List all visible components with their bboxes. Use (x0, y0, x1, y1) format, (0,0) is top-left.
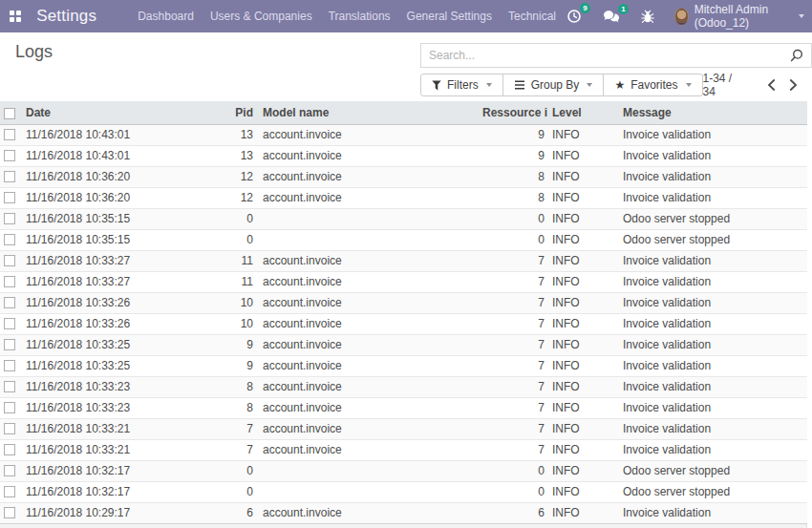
cell-ressource-id: 7 (482, 271, 547, 292)
row-select-cell (0, 460, 24, 481)
column-header-pid[interactable]: Pid (226, 101, 256, 124)
nav-item-translations[interactable]: Translations (329, 10, 391, 23)
table-row[interactable]: 11/16/2018 10:29:17 6 account.invoice 6 … (0, 502, 807, 523)
filters-button[interactable]: Filters (420, 74, 503, 96)
cell-model-name: account.invoice (256, 313, 482, 334)
table-row[interactable]: 11/16/2018 10:33:25 9 account.invoice 7 … (0, 334, 807, 355)
cell-ressource-id: 9 (482, 124, 547, 145)
row-checkbox[interactable] (4, 318, 15, 329)
column-header-date[interactable]: Date (24, 101, 226, 124)
cell-date: 11/16/2018 10:33:21 (24, 418, 226, 439)
cell-date: 11/16/2018 10:43:01 (24, 124, 226, 145)
cell-message: Invoice validation (614, 271, 807, 292)
cell-pid: 13 (226, 145, 256, 166)
table-row[interactable]: 11/16/2018 10:33:26 10 account.invoice 7… (0, 313, 807, 334)
table-row[interactable]: 11/16/2018 10:35:15 0 0 INFO Odoo server… (0, 208, 807, 229)
cell-ressource-id: 0 (482, 229, 547, 250)
table-row[interactable]: 11/16/2018 10:33:21 7 account.invoice 7 … (0, 439, 807, 460)
column-header-ressource-id[interactable]: Ressource id (482, 101, 547, 124)
row-select-cell (0, 229, 24, 250)
table-row[interactable]: 11/16/2018 10:43:01 13 account.invoice 9… (0, 124, 807, 145)
nav-item-dashboard[interactable]: Dashboard (138, 10, 194, 23)
cell-message: Odoo server stopped (614, 208, 807, 229)
table-row[interactable]: 11/16/2018 10:33:27 11 account.invoice 7… (0, 250, 807, 271)
cell-pid: 9 (226, 355, 256, 376)
apps-menu-icon[interactable] (10, 11, 21, 22)
favorites-button[interactable]: ★ Favorites (603, 74, 702, 96)
cell-pid: 8 (226, 376, 256, 397)
row-checkbox[interactable] (4, 297, 15, 308)
table-row[interactable]: 11/16/2018 10:33:23 8 account.invoice 7 … (0, 376, 807, 397)
filter-funnel-icon (432, 80, 441, 91)
cell-date: 11/16/2018 10:33:25 (24, 334, 226, 355)
table-row[interactable]: 11/16/2018 10:33:26 10 account.invoice 7… (0, 292, 807, 313)
column-header-message[interactable]: Message (614, 101, 807, 124)
cell-level: INFO (547, 355, 614, 376)
cell-date: 11/16/2018 10:33:21 (24, 439, 226, 460)
table-row[interactable]: 11/16/2018 10:36:20 12 account.invoice 8… (0, 166, 807, 187)
row-checkbox[interactable] (4, 276, 15, 287)
nav-item-users-companies[interactable]: Users & Companies (210, 10, 312, 23)
cell-ressource-id: 7 (482, 355, 547, 376)
user-name: Mitchell Admin (Odoo_12) (694, 3, 793, 30)
messages-badge: 1 (618, 4, 629, 14)
user-menu[interactable]: Mitchell Admin (Odoo_12) (674, 3, 804, 30)
nav-item-technical[interactable]: Technical (508, 10, 556, 23)
table-row[interactable]: 11/16/2018 10:33:23 8 account.invoice 7 … (0, 397, 807, 418)
row-checkbox[interactable] (4, 171, 15, 182)
table-row[interactable]: 11/16/2018 10:43:01 13 account.invoice 9… (0, 145, 807, 166)
row-checkbox[interactable] (4, 150, 15, 161)
table-row[interactable]: 11/16/2018 10:33:25 9 account.invoice 7 … (0, 355, 807, 376)
pager-previous-button[interactable] (760, 77, 782, 93)
favorites-label: Favorites (630, 78, 677, 92)
row-checkbox[interactable] (4, 360, 15, 371)
cell-ressource-id: 7 (482, 397, 547, 418)
row-checkbox[interactable] (4, 129, 15, 140)
row-checkbox[interactable] (4, 234, 15, 245)
cell-ressource-id: 0 (482, 460, 547, 481)
column-header-model-name[interactable]: Model name (256, 101, 482, 124)
cell-ressource-id: 7 (482, 313, 547, 334)
table-row[interactable]: 11/16/2018 10:32:17 0 0 INFO Odoo server… (0, 460, 807, 481)
row-checkbox[interactable] (4, 213, 15, 224)
group-by-button[interactable]: Group By (502, 74, 605, 96)
row-checkbox[interactable] (4, 486, 15, 497)
chevron-right-icon (789, 79, 798, 91)
row-checkbox[interactable] (4, 402, 15, 413)
row-checkbox[interactable] (4, 192, 15, 203)
select-all-checkbox[interactable] (4, 108, 15, 119)
messages-button[interactable]: 1 (603, 10, 620, 24)
row-select-cell (0, 355, 24, 376)
cell-level: INFO (547, 418, 614, 439)
table-row[interactable]: 11/16/2018 10:35:15 0 0 INFO Odoo server… (0, 229, 807, 250)
debug-button[interactable] (641, 10, 654, 24)
cell-message: Invoice validation (614, 313, 807, 334)
row-checkbox[interactable] (4, 381, 15, 392)
cell-ressource-id: 7 (482, 250, 547, 271)
row-select-cell (0, 313, 24, 334)
row-checkbox[interactable] (4, 339, 15, 350)
nav-item-general-settings[interactable]: General Settings (407, 10, 492, 23)
table-row[interactable]: 11/16/2018 10:33:27 11 account.invoice 7… (0, 271, 807, 292)
table-row[interactable]: 11/16/2018 10:32:17 0 0 INFO Odoo server… (0, 481, 807, 502)
cell-date: 11/16/2018 10:33:23 (24, 376, 226, 397)
row-checkbox[interactable] (4, 444, 15, 455)
table-row[interactable]: 11/16/2018 10:33:21 7 account.invoice 7 … (0, 418, 807, 439)
row-checkbox[interactable] (4, 465, 15, 476)
row-checkbox[interactable] (4, 255, 15, 266)
column-header-level[interactable]: Level (547, 101, 614, 124)
cell-model-name (256, 208, 482, 229)
row-checkbox[interactable] (4, 423, 15, 434)
row-select-cell (0, 502, 24, 523)
pager-next-button[interactable] (782, 77, 804, 93)
current-app-title[interactable]: Settings (36, 7, 96, 26)
activities-button[interactable]: 9 (566, 9, 582, 24)
cell-pid: 0 (226, 460, 256, 481)
table-row[interactable]: 11/16/2018 10:36:20 12 account.invoice 8… (0, 187, 807, 208)
cell-pid: 12 (226, 187, 256, 208)
row-select-cell (0, 292, 24, 313)
search-input[interactable] (421, 49, 789, 62)
row-checkbox[interactable] (4, 507, 15, 518)
cell-level: INFO (547, 145, 614, 166)
cell-ressource-id: 7 (482, 418, 547, 439)
